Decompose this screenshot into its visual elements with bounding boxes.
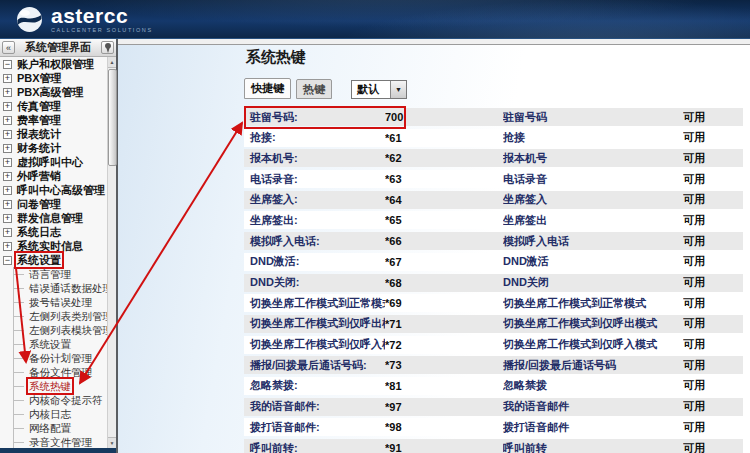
profile-select[interactable]: 默认 ▼ xyxy=(351,80,407,99)
sidebar-group[interactable]: +报表统计 xyxy=(0,127,107,141)
sidebar-group[interactable]: +财务统计 xyxy=(0,141,107,155)
collapse-icon[interactable]: − xyxy=(3,256,12,265)
sidebar-item-label[interactable]: 账户和权限管理 xyxy=(16,57,95,71)
sidebar-item-label[interactable]: 报表统计 xyxy=(16,127,62,141)
table-row[interactable]: 我的语音邮件:*97我的语音邮件可用 xyxy=(244,398,743,416)
sidebar-group[interactable]: +系统实时信息 xyxy=(0,239,107,253)
sidebar-item-label[interactable]: 拨号错误处理 xyxy=(28,295,93,309)
sidebar-group[interactable]: +问卷管理 xyxy=(0,197,107,211)
expand-icon[interactable]: + xyxy=(3,186,12,195)
hotkey-label[interactable]: 拨打语音邮件: xyxy=(244,420,385,435)
sidebar-group[interactable]: +外呼营销 xyxy=(0,169,107,183)
sidebar-item[interactable]: 左侧列表模块管理 xyxy=(0,323,107,337)
sidebar-group[interactable]: +PBX高级管理 xyxy=(0,85,107,99)
sidebar-item-label[interactable]: 财务统计 xyxy=(16,141,62,155)
expand-icon[interactable]: + xyxy=(3,172,12,181)
hotkey-label[interactable]: 呼叫前转: xyxy=(244,441,385,453)
expand-icon[interactable]: + xyxy=(3,102,12,111)
sidebar-item-label[interactable]: PBX管理 xyxy=(16,71,63,85)
sidebar-group[interactable]: +虚拟呼叫中心 xyxy=(0,155,107,169)
sidebar-item-label[interactable]: 系统实时信息 xyxy=(16,239,84,253)
hotkey-label[interactable]: 切换坐席工作模式到仅呼入模式: xyxy=(244,337,385,352)
table-row[interactable]: DND关闭:*68DND关闭可用 xyxy=(244,274,743,292)
table-row[interactable]: 切换坐席工作模式到正常模式:*69切换坐席工作模式到正常模式可用 xyxy=(244,294,743,312)
sidebar-item-label[interactable]: 群发信息管理 xyxy=(16,211,84,225)
expand-icon[interactable]: + xyxy=(3,158,12,167)
sidebar-item-label[interactable]: 备份计划管理 xyxy=(28,351,93,365)
pin-button[interactable] xyxy=(101,41,114,54)
sidebar-item-label[interactable]: 网络配置 xyxy=(28,421,72,435)
sidebar-group[interactable]: +费率管理 xyxy=(0,113,107,127)
expand-icon[interactable]: + xyxy=(3,228,12,237)
sidebar-item-label[interactable]: 外呼营销 xyxy=(16,169,62,183)
hotkey-label[interactable]: 坐席签出: xyxy=(244,213,385,228)
expand-icon[interactable]: + xyxy=(3,200,12,209)
sidebar-item[interactable]: 备份计划管理 xyxy=(0,351,107,365)
collapse-icon[interactable]: − xyxy=(3,60,12,69)
sidebar-item-label[interactable]: 虚拟呼叫中心 xyxy=(16,155,84,169)
sidebar-group[interactable]: −系统设置 xyxy=(0,253,107,267)
hotkey-label[interactable]: 模拟呼入电话: xyxy=(244,234,385,249)
dropdown-arrow-icon[interactable]: ▼ xyxy=(390,81,406,98)
sidebar-item-label[interactable]: 系统设置 xyxy=(28,337,72,351)
scrollbar-thumb[interactable] xyxy=(108,69,117,166)
hotkey-label[interactable]: 报本机号: xyxy=(244,151,385,166)
table-row[interactable]: 模拟呼入电话:*66模拟呼入电话可用 xyxy=(244,232,743,250)
sidebar-item[interactable]: 系统设置 xyxy=(0,337,107,351)
sidebar-item-label[interactable]: PBX高级管理 xyxy=(16,85,85,99)
sidebar-item-label[interactable]: 备份文件管理 xyxy=(28,365,93,379)
expand-icon[interactable]: + xyxy=(3,214,12,223)
sidebar-group[interactable]: +传真管理 xyxy=(0,99,107,113)
sidebar-item[interactable]: 拨号错误处理 xyxy=(0,295,107,309)
sidebar-scrollbar[interactable]: ▲ ▼ xyxy=(107,57,116,448)
expand-icon[interactable]: + xyxy=(3,242,12,251)
sidebar-item-label[interactable]: 录音文件管理 xyxy=(28,435,93,448)
hotkey-label[interactable]: 电话录音: xyxy=(244,172,385,187)
expand-icon[interactable]: + xyxy=(3,88,12,97)
sidebar-item-label[interactable]: 呼叫中心高级管理 xyxy=(16,183,106,197)
scroll-down-icon[interactable]: ▼ xyxy=(108,437,116,448)
hotkey-label[interactable]: DND激活: xyxy=(244,254,385,269)
sidebar-item-label[interactable]: 系统日志 xyxy=(16,225,62,239)
sidebar-group[interactable]: +群发信息管理 xyxy=(0,211,107,225)
table-row[interactable]: 忽略禁拨:*81忽略禁拨可用 xyxy=(244,377,743,395)
sidebar-item[interactable]: 错误通话数据处理 xyxy=(0,281,107,295)
table-row[interactable]: 抢接:*61抢接可用 xyxy=(244,129,743,147)
table-row[interactable]: 坐席签入:*64坐席签入可用 xyxy=(244,191,743,209)
sidebar-item[interactable]: 备份文件管理 xyxy=(0,365,107,379)
table-row[interactable]: 电话录音:*63电话录音可用 xyxy=(244,170,743,188)
scroll-up-icon[interactable]: ▲ xyxy=(108,57,116,68)
hotkey-label[interactable]: DND关闭: xyxy=(244,275,385,290)
sidebar-group[interactable]: +呼叫中心高级管理 xyxy=(0,183,107,197)
hotkey-label[interactable]: 我的语音邮件: xyxy=(244,399,385,414)
sidebar-item[interactable]: 语言管理 xyxy=(0,267,107,281)
sidebar-item[interactable]: 网络配置 xyxy=(0,421,107,435)
sidebar-group[interactable]: +PBX管理 xyxy=(0,71,107,85)
table-row[interactable]: 切换坐席工作模式到仅呼入模式:*72切换坐席工作模式到仅呼入模式可用 xyxy=(244,336,743,354)
expand-icon[interactable]: + xyxy=(3,116,12,125)
sidebar-item-label[interactable]: 内核命令提示符 xyxy=(28,393,104,407)
sidebar-item-label[interactable]: 问卷管理 xyxy=(16,197,62,211)
table-row[interactable]: 报本机号:*62报本机号可用 xyxy=(244,149,743,167)
expand-icon[interactable]: + xyxy=(3,74,12,83)
hotkey-label[interactable]: 切换坐席工作模式到仅呼出模式: xyxy=(244,316,385,331)
hotkey-label[interactable]: 驻留号码: xyxy=(244,110,385,125)
sidebar-item-label[interactable]: 语言管理 xyxy=(28,267,72,281)
tab-shortcut-keys[interactable]: 快捷键 xyxy=(244,78,291,99)
table-row[interactable]: 拨打语音邮件:*98拨打语音邮件可用 xyxy=(244,418,743,436)
sidebar-item-label[interactable]: 内核日志 xyxy=(28,407,72,421)
sidebar-group[interactable]: −账户和权限管理 xyxy=(0,57,107,71)
sidebar-item-label[interactable]: 左侧列表类别管理 xyxy=(28,309,107,323)
table-row[interactable]: 坐席签出:*65坐席签出可用 xyxy=(244,211,743,229)
sidebar-item-label[interactable]: 系统设置 xyxy=(16,253,62,267)
sidebar-item[interactable]: 录音文件管理 xyxy=(0,435,107,448)
sidebar-item[interactable]: 系统热键 xyxy=(0,379,107,393)
sidebar-item-label[interactable]: 传真管理 xyxy=(16,99,62,113)
tab-hotkeys[interactable]: 热键 xyxy=(296,79,332,99)
table-row[interactable]: 切换坐席工作模式到仅呼出模式:*71切换坐席工作模式到仅呼出模式可用 xyxy=(244,315,743,333)
sidebar-item-label[interactable]: 费率管理 xyxy=(16,113,62,127)
sidebar-item-label[interactable]: 左侧列表模块管理 xyxy=(28,323,107,337)
sidebar-group[interactable]: +系统日志 xyxy=(0,225,107,239)
hotkey-label[interactable]: 抢接: xyxy=(244,130,385,145)
table-row[interactable]: 驻留号码:700驻留号码可用 xyxy=(244,108,743,126)
